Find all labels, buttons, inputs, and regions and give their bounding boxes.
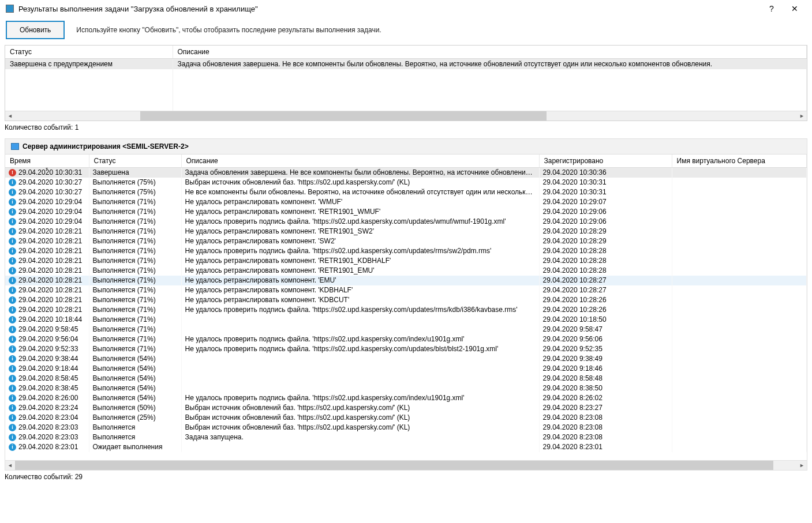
table-row[interactable]: i29.04.2020 9:18:44Выполняется (54%)29.0… [5,364,807,374]
event-time: 29.04.2020 10:28:21 [18,227,82,235]
info-icon: i [9,257,16,265]
col-vserver[interactable]: Имя виртуального Сервера [672,155,807,168]
table-row[interactable]: i29.04.2020 10:28:21Выполняется (71%)Не … [5,285,807,295]
scroll-right-icon[interactable]: ► [797,111,807,121]
toolbar: Обновить Используйте кнопку "Обновить", … [0,17,812,45]
empty-row [5,80,807,90]
col-status[interactable]: Статус [89,155,181,168]
scroll-right-icon[interactable]: ► [797,461,807,471]
col-desc[interactable]: Описание [181,155,539,168]
scroll-left-icon[interactable]: ◄ [5,461,15,471]
event-registered: 29.04.2020 10:28:26 [539,295,672,305]
table-row[interactable]: !29.04.2020 10:30:31ЗавершенаЗадача обно… [5,168,807,178]
event-registered: 29.04.2020 10:30:31 [539,187,672,197]
event-time: 29.04.2020 8:23:03 [18,433,78,441]
event-time: 29.04.2020 10:28:21 [18,266,82,274]
table-row[interactable]: i29.04.2020 10:29:04Выполняется (71%)Не … [5,217,807,227]
table-row[interactable]: i29.04.2020 10:28:21Выполняется (71%)Не … [5,266,807,276]
info-icon: i [9,208,16,216]
event-time: 29.04.2020 9:18:44 [18,364,78,373]
table-row[interactable]: i29.04.2020 8:23:03ВыполняетсяЗадача зап… [5,432,807,442]
table-row[interactable]: i29.04.2020 8:23:01Ожидает выполнения29.… [5,442,807,452]
refresh-button[interactable]: Обновить [6,21,65,39]
event-status: Выполняется (71%) [89,236,181,246]
summary-desc: Задача обновления завершена. Не все комп… [173,59,807,70]
event-desc [181,315,539,325]
event-time: 29.04.2020 10:28:21 [18,286,82,294]
summary-status: Завершена с предупреждением [5,59,173,70]
event-vserver [672,432,807,442]
event-status: Выполняется (54%) [89,364,181,374]
event-desc: Задача запущена. [181,432,539,442]
col-desc[interactable]: Описание [173,46,807,59]
table-row[interactable]: i29.04.2020 10:28:21Выполняется (71%)Не … [5,236,807,246]
event-desc: Не удалось проверить подпись файла. 'htt… [181,334,539,344]
event-vserver [672,403,807,413]
event-time: 29.04.2020 10:29:04 [18,217,82,225]
events-scrollbar[interactable]: ◄ ► [5,460,807,470]
error-icon: ! [9,169,16,176]
event-vserver [672,266,807,276]
table-row[interactable]: i29.04.2020 10:18:44Выполняется (71%)29.… [5,315,807,325]
event-status: Выполняется (71%) [89,227,181,236]
table-row[interactable]: i29.04.2020 10:28:21Выполняется (71%)Не … [5,227,807,236]
info-icon: i [9,355,16,363]
info-icon: i [9,287,16,294]
table-row[interactable]: i29.04.2020 8:23:24Выполняется (50%)Выбр… [5,403,807,413]
event-vserver [672,315,807,325]
event-vserver [672,295,807,305]
table-row[interactable]: i29.04.2020 10:28:21Выполняется (71%)Не … [5,256,807,266]
table-row[interactable]: i29.04.2020 10:30:27Выполняется (75%)Выб… [5,178,807,187]
events-count: Количество событий: 29 [0,471,812,483]
table-row[interactable]: i29.04.2020 10:29:04Выполняется (71%)Не … [5,197,807,207]
info-icon: i [9,326,16,333]
col-registered[interactable]: Зарегистрировано [539,155,672,168]
info-icon: i [9,277,16,284]
event-registered: 29.04.2020 10:28:27 [539,276,672,285]
event-status: Выполняется (71%) [89,325,181,334]
table-row[interactable]: i29.04.2020 10:29:04Выполняется (71%)Не … [5,207,807,217]
event-registered: 29.04.2020 8:23:08 [539,432,672,442]
table-row[interactable]: i29.04.2020 8:23:04Выполняется (25%)Выбр… [5,413,807,423]
summary-row[interactable]: Завершена с предупреждением Задача обнов… [5,59,807,70]
table-row[interactable]: i29.04.2020 9:38:44Выполняется (54%)29.0… [5,354,807,364]
event-vserver [672,187,807,197]
event-desc: Не удалось ретранслировать компонент. 'K… [181,295,539,305]
col-status[interactable]: Статус [5,46,173,59]
event-desc: Выбран источник обновлений баз. 'https:/… [181,413,539,423]
summary-scrollbar[interactable]: ◄ ► [5,111,807,121]
close-button[interactable]: ✕ [783,4,806,13]
table-row[interactable]: i29.04.2020 8:23:03ВыполняетсяВыбран ист… [5,423,807,432]
summary-count: Количество событий: 1 [0,121,812,134]
table-row[interactable]: i29.04.2020 10:28:21Выполняется (71%)Не … [5,276,807,285]
events-panel: Время▾ Статус Описание Зарегистрировано … [5,155,807,471]
info-icon: i [9,414,16,422]
table-row[interactable]: i29.04.2020 9:56:04Выполняется (71%)Не у… [5,334,807,344]
summary-table[interactable]: Статус Описание Завершена с предупрежден… [5,46,807,111]
event-registered: 29.04.2020 10:28:26 [539,305,672,315]
info-icon: i [9,365,16,373]
events-table[interactable]: Время▾ Статус Описание Зарегистрировано … [5,155,807,452]
event-time: 29.04.2020 10:28:21 [18,306,82,314]
info-icon: i [9,296,16,304]
table-row[interactable]: i29.04.2020 8:26:00Выполняется (54%)Не у… [5,393,807,403]
info-icon: i [9,385,16,392]
col-time[interactable]: Время▾ [5,155,89,168]
table-row[interactable]: i29.04.2020 8:58:45Выполняется (54%)29.0… [5,374,807,383]
table-row[interactable]: i29.04.2020 10:30:27Выполняется (75%)Не … [5,187,807,197]
table-row[interactable]: i29.04.2020 10:28:21Выполняется (71%)Не … [5,246,807,256]
help-button[interactable]: ? [760,4,783,13]
table-row[interactable]: i29.04.2020 9:52:33Выполняется (71%)Не у… [5,344,807,354]
event-vserver [672,442,807,452]
event-registered: 29.04.2020 10:28:28 [539,256,672,266]
table-row[interactable]: i29.04.2020 10:28:21Выполняется (71%)Не … [5,305,807,315]
table-row[interactable]: i29.04.2020 10:28:21Выполняется (71%)Не … [5,295,807,305]
table-row[interactable]: i29.04.2020 9:58:45Выполняется (71%)29.0… [5,325,807,334]
scroll-left-icon[interactable]: ◄ [5,111,15,121]
table-row[interactable]: i29.04.2020 8:38:45Выполняется (54%)29.0… [5,383,807,393]
event-vserver [672,354,807,364]
event-status: Выполняется (71%) [89,217,181,227]
event-registered: 29.04.2020 10:30:31 [539,178,672,187]
event-registered: 29.04.2020 10:29:06 [539,217,672,227]
info-icon: i [9,375,16,382]
